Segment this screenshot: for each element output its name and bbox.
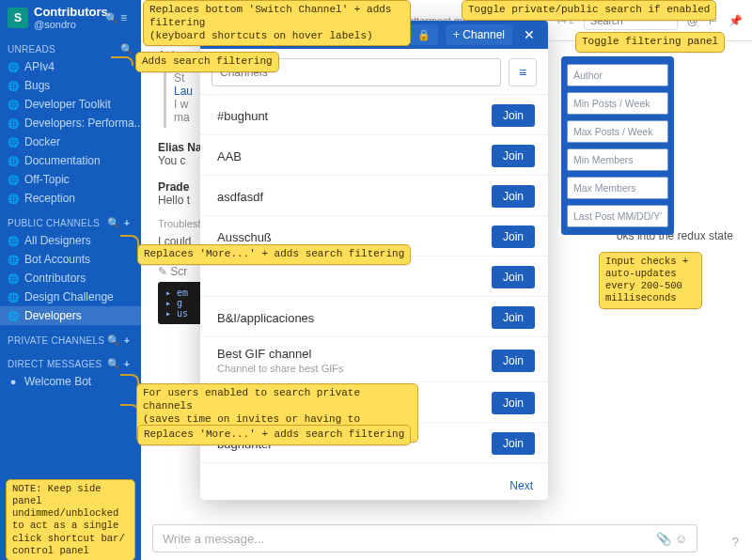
left-sidebar: S Contributors @sondro UNREADS APIv4 Bug… bbox=[0, 0, 141, 560]
message-author: Elias Na bbox=[158, 141, 202, 154]
callout: Toggle private/public search if enabled bbox=[462, 0, 716, 21]
globe-icon bbox=[8, 254, 19, 265]
globe-icon bbox=[8, 61, 19, 72]
join-button[interactable]: Join bbox=[492, 185, 535, 208]
sidebar-header: S Contributors @sondro bbox=[0, 0, 141, 34]
globe-icon bbox=[8, 80, 19, 91]
menu-icon[interactable] bbox=[120, 11, 133, 24]
callout: Toggle filtering panel bbox=[575, 32, 725, 53]
globe-icon bbox=[8, 235, 19, 246]
private-toggle-button[interactable] bbox=[410, 24, 438, 45]
join-button[interactable]: Join bbox=[492, 104, 535, 127]
menu-icon bbox=[519, 65, 526, 80]
filter-toggle-button[interactable] bbox=[509, 58, 537, 86]
search-icon[interactable] bbox=[107, 334, 120, 347]
callout: Replaces 'More...' + adds search filteri… bbox=[137, 244, 411, 265]
channel-row[interactable]: #bughunt Join bbox=[200, 95, 548, 135]
globe-icon bbox=[8, 174, 19, 185]
globe-icon bbox=[8, 155, 19, 166]
globe-icon bbox=[8, 291, 19, 303]
sidebar-item[interactable]: Docker bbox=[0, 132, 141, 151]
search-icon[interactable] bbox=[107, 358, 120, 370]
callout: Adds search filtering bbox=[135, 52, 279, 72]
join-button[interactable]: Join bbox=[492, 350, 535, 372]
sidebar-item[interactable]: Reception bbox=[0, 189, 141, 208]
globe-icon bbox=[8, 136, 19, 148]
min-members-filter[interactable] bbox=[567, 148, 668, 171]
next-link[interactable]: Next bbox=[509, 479, 533, 492]
search-icon[interactable] bbox=[107, 217, 120, 229]
join-button[interactable]: Join bbox=[492, 432, 535, 455]
message-author: Prade bbox=[158, 180, 189, 194]
current-user: @sondro bbox=[34, 19, 100, 30]
sidebar-item-active[interactable]: Developers bbox=[0, 306, 141, 325]
sidebar-item[interactable]: Contributors bbox=[0, 269, 141, 288]
join-button[interactable]: Join bbox=[492, 306, 535, 329]
help-icon[interactable]: ? bbox=[732, 535, 739, 549]
section-public-label: PUBLIC CHANNELS bbox=[8, 218, 107, 228]
join-button[interactable]: Join bbox=[492, 392, 535, 414]
last-post-filter[interactable] bbox=[567, 205, 668, 227]
callout: Input checks +auto-updatesevery 200-500m… bbox=[599, 252, 702, 309]
modal-footer: Next bbox=[200, 472, 548, 500]
sidebar-item[interactable]: Developers: Performa... bbox=[0, 114, 141, 132]
avatar[interactable]: S bbox=[8, 8, 28, 28]
join-button[interactable]: Join bbox=[492, 145, 535, 167]
filter-panel bbox=[561, 56, 674, 235]
add-channel-button[interactable]: + Channel bbox=[446, 24, 512, 45]
globe-icon bbox=[8, 99, 19, 110]
plus-icon[interactable] bbox=[120, 335, 133, 346]
attach-icon[interactable]: 📎 bbox=[656, 532, 671, 546]
plus-icon[interactable] bbox=[120, 218, 133, 228]
globe-icon bbox=[8, 193, 19, 204]
channel-row[interactable]: Best GIF channel Channel to share best G… bbox=[200, 337, 548, 382]
globe-icon bbox=[8, 310, 19, 321]
sidebar-item[interactable]: Documentation bbox=[0, 151, 141, 170]
section-direct-label: DIRECT MESSAGES bbox=[8, 359, 107, 369]
message-composer[interactable]: Write a message... 📎 ☺ bbox=[152, 524, 697, 552]
join-button[interactable]: Join bbox=[492, 226, 535, 248]
channel-row[interactable]: B&I/applicaciones Join bbox=[200, 297, 548, 337]
emoji-icon[interactable]: ☺ bbox=[675, 532, 687, 546]
max-members-filter[interactable] bbox=[567, 177, 668, 199]
sidebar-item[interactable]: Bugs bbox=[0, 76, 141, 95]
globe-icon bbox=[8, 117, 19, 129]
callout: Replaces bottom 'Switch Channel' + adds … bbox=[143, 0, 411, 46]
section-unreads-label: UNREADS bbox=[8, 44, 120, 54]
pin-icon[interactable]: 📌 bbox=[728, 14, 743, 27]
sidebar-item[interactable]: Bot Accounts bbox=[0, 250, 141, 269]
sidebar-item[interactable]: Developer Toolkit bbox=[0, 95, 141, 114]
min-posts-filter[interactable] bbox=[567, 92, 668, 115]
section-private-label: PRIVATE CHANNELS bbox=[8, 335, 107, 346]
author-filter[interactable] bbox=[567, 64, 668, 86]
search-icon[interactable] bbox=[105, 11, 118, 24]
channel-row[interactable]: asdfasdf Join bbox=[200, 176, 548, 216]
channel-row[interactable]: AAB Join bbox=[200, 135, 548, 176]
globe-icon bbox=[8, 272, 19, 284]
join-button[interactable]: Join bbox=[492, 266, 535, 288]
sidebar-item[interactable]: Off-Topic bbox=[0, 170, 141, 189]
plus-icon[interactable] bbox=[120, 359, 133, 369]
callout: NOTE: Keep side panelundimmed/unblockedt… bbox=[6, 479, 135, 560]
team-name[interactable]: Contributors bbox=[34, 6, 100, 19]
close-icon[interactable]: ✕ bbox=[520, 27, 539, 42]
sidebar-item[interactable]: Design Challenge bbox=[0, 288, 141, 306]
search-icon[interactable] bbox=[120, 43, 133, 55]
lock-icon bbox=[417, 28, 431, 41]
channel-row[interactable]: Bulk Loading Discussion of the bulk load… bbox=[200, 463, 548, 472]
callout: Replaces 'More...' + adds search filteri… bbox=[137, 425, 411, 445]
max-posts-filter[interactable] bbox=[567, 120, 668, 143]
